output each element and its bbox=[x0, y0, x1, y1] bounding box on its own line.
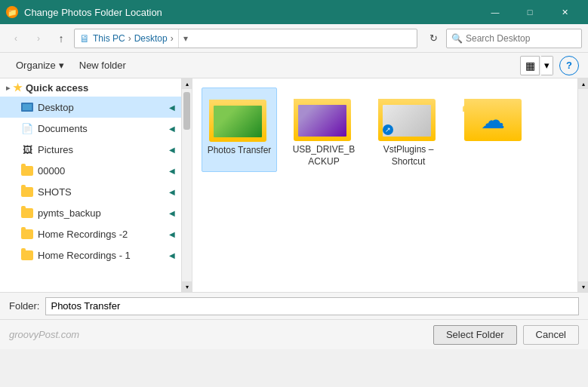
pin-icon-2: ◀ bbox=[169, 124, 175, 133]
quick-access-star-icon: ★ bbox=[13, 81, 23, 94]
window-title: Change Photos Folder Location bbox=[24, 7, 472, 18]
sidebar-item-00000[interactable]: 00000 ◀ bbox=[0, 160, 181, 181]
folder-item-vstplugins[interactable]: ↗ VstPlugins – Shortcut bbox=[371, 88, 446, 172]
sidebar-item-shots-label: SHOTS bbox=[38, 186, 165, 198]
sidebar-scroll-up[interactable]: ▴ bbox=[182, 78, 192, 89]
sidebar-item-00000-label: 00000 bbox=[38, 165, 165, 177]
folder-label: Folder: bbox=[9, 300, 39, 312]
organize-dropdown-icon: ▾ bbox=[59, 60, 64, 71]
search-icon: 🔍 bbox=[451, 33, 463, 44]
pin-icon-6: ◀ bbox=[169, 209, 175, 217]
sidebar-item-documents-label: Documents bbox=[38, 123, 165, 134]
new-folder-button[interactable]: New folder bbox=[72, 56, 133, 75]
folder-icon-2 bbox=[21, 186, 33, 198]
thispc-icon: 🖥 bbox=[79, 32, 90, 45]
sidebar-scrollbar: ▴ ▾ bbox=[181, 78, 192, 292]
window-controls: — □ ✕ bbox=[478, 0, 582, 24]
app-icon: 📁 bbox=[6, 6, 18, 18]
documents-icon: 📄 bbox=[21, 122, 33, 134]
sidebar-item-pictures-label: Pictures bbox=[38, 144, 165, 155]
path-sep-1: › bbox=[128, 33, 131, 44]
view-button[interactable]: ▦ bbox=[520, 56, 540, 75]
sidebar-item-home-rec-1[interactable]: Home Recordings - 1 ◀ bbox=[0, 244, 181, 266]
refresh-button[interactable]: ↻ bbox=[423, 29, 443, 48]
scroll-down-button[interactable]: ▾ bbox=[578, 281, 588, 292]
photos-transfer-thumb bbox=[209, 93, 269, 142]
content-wrapper: Photos Transfer USB_DRIVE_BACKUP bbox=[192, 78, 588, 292]
organize-button[interactable]: Organize ▾ bbox=[9, 56, 71, 75]
help-label: ? bbox=[566, 60, 572, 71]
folder-icon-3 bbox=[21, 207, 33, 219]
cancel-button[interactable]: Cancel bbox=[523, 325, 579, 345]
onedrive-cloud-icon: ☁ bbox=[481, 106, 505, 134]
search-box[interactable]: 🔍 bbox=[446, 29, 582, 48]
thispc-crumb[interactable]: This PC bbox=[93, 33, 125, 44]
sidebar-scroll-down[interactable]: ▾ bbox=[182, 281, 192, 292]
organize-label: Organize bbox=[16, 60, 56, 71]
desktop-icon bbox=[21, 101, 33, 113]
sidebar-item-desktop[interactable]: Desktop ◀ bbox=[0, 97, 181, 118]
help-button[interactable]: ? bbox=[559, 56, 579, 75]
close-button[interactable]: ✕ bbox=[547, 0, 582, 24]
forward-button[interactable]: › bbox=[29, 29, 48, 48]
sidebar-item-shots[interactable]: SHOTS ◀ bbox=[0, 181, 181, 202]
view-dropdown[interactable]: ▾ bbox=[541, 56, 553, 75]
select-folder-button[interactable]: Select Folder bbox=[433, 325, 517, 345]
back-button[interactable]: ‹ bbox=[6, 29, 26, 48]
sidebar-item-home-rec-2[interactable]: Home Recordings -2 ◀ bbox=[0, 223, 181, 244]
right-scroll-track bbox=[578, 89, 588, 281]
usb-label: USB_DRIVE_BACKUP bbox=[291, 144, 357, 167]
pin-icon-3: ◀ bbox=[169, 146, 175, 154]
up-button[interactable]: ↑ bbox=[51, 29, 71, 48]
scroll-up-button[interactable]: ▴ bbox=[578, 78, 588, 89]
content-grid: Photos Transfer USB_DRIVE_BACKUP bbox=[199, 84, 571, 175]
sidebar-item-home-rec-1-label: Home Recordings - 1 bbox=[38, 250, 165, 261]
new-folder-label: New folder bbox=[79, 60, 126, 71]
quick-access-expand-icon: ▸ bbox=[6, 84, 10, 92]
pictures-icon: 🖼 bbox=[21, 143, 33, 155]
folder-icon-5 bbox=[21, 249, 33, 261]
sidebar-item-documents[interactable]: 📄 Documents ◀ bbox=[0, 118, 181, 139]
main-area: ▸ ★ Quick access Desktop ◀ 📄 Documents ◀ bbox=[0, 78, 588, 292]
vst-thumb: ↗ bbox=[378, 92, 439, 141]
sidebar-item-pictures[interactable]: 🖼 Pictures ◀ bbox=[0, 139, 181, 160]
toolbar: Organize ▾ New folder ▦ ▾ ? bbox=[0, 53, 588, 78]
desktop-crumb[interactable]: Desktop bbox=[134, 33, 168, 44]
search-input[interactable] bbox=[466, 33, 577, 44]
sidebar-scroll-track bbox=[182, 89, 192, 281]
sidebar-item-pymts[interactable]: pymts_backup ◀ bbox=[0, 202, 181, 223]
bottom-bar: Folder: bbox=[0, 292, 588, 319]
folder-icon-4 bbox=[21, 228, 33, 240]
shortcut-arrow-icon: ↗ bbox=[383, 124, 393, 135]
folder-item-usb[interactable]: USB_DRIVE_BACKUP bbox=[286, 88, 362, 172]
watermark: groovyPost.com bbox=[9, 329, 79, 340]
nav-bar: ‹ › ↑ 🖥 This PC › Desktop › ▾ ↻ 🔍 bbox=[0, 24, 588, 53]
sidebar: ▸ ★ Quick access Desktop ◀ 📄 Documents ◀ bbox=[0, 78, 181, 292]
folder-icon-1 bbox=[21, 164, 33, 177]
content-area: Photos Transfer USB_DRIVE_BACKUP bbox=[192, 78, 577, 292]
right-scrollbar: ▴ ▾ bbox=[577, 78, 588, 292]
pin-icon: ◀ bbox=[169, 103, 175, 112]
path-sep-2: › bbox=[171, 33, 174, 44]
folder-input[interactable] bbox=[45, 297, 579, 315]
pin-icon-4: ◀ bbox=[169, 167, 175, 175]
address-dropdown[interactable]: ▾ bbox=[178, 29, 193, 48]
usb-thumb bbox=[294, 92, 354, 141]
quick-access-label: Quick access bbox=[26, 82, 88, 94]
maximize-button[interactable]: □ bbox=[513, 0, 547, 24]
folder-item-onedrive[interactable]: ☁ bbox=[455, 91, 531, 172]
action-bar: groovyPost.com Select Folder Cancel bbox=[0, 319, 588, 349]
minimize-button[interactable]: — bbox=[478, 0, 513, 24]
sidebar-item-desktop-label: Desktop bbox=[38, 102, 165, 113]
view-icon: ▦ bbox=[525, 60, 535, 72]
sidebar-scroll-thumb[interactable] bbox=[183, 92, 190, 130]
sidebar-wrapper: ▸ ★ Quick access Desktop ◀ 📄 Documents ◀ bbox=[0, 78, 192, 292]
folder-item-photos-transfer[interactable]: Photos Transfer bbox=[202, 88, 277, 172]
quick-access-header[interactable]: ▸ ★ Quick access bbox=[0, 78, 181, 97]
onedrive-thumb: ☁ bbox=[463, 95, 523, 144]
pin-icon-8: ◀ bbox=[169, 251, 175, 260]
title-bar: 📁 Change Photos Folder Location — □ ✕ bbox=[0, 0, 588, 24]
sidebar-item-home-rec-2-label: Home Recordings -2 bbox=[38, 229, 165, 240]
address-bar[interactable]: 🖥 This PC › Desktop › ▾ bbox=[74, 29, 417, 48]
vst-label: VstPlugins – Shortcut bbox=[375, 144, 442, 167]
